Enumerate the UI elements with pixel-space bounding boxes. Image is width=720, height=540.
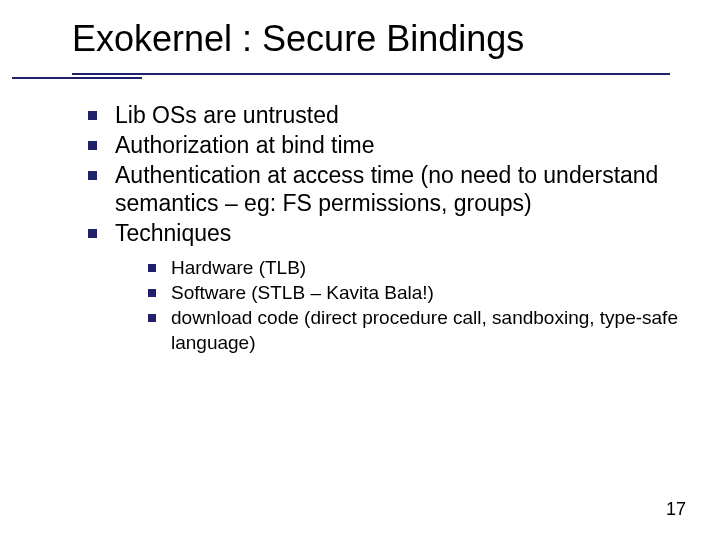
square-bullet-icon [88,141,97,150]
page-number: 17 [666,499,686,520]
title-rule-long [72,73,670,75]
bullet-text: Authentication at access time (no need t… [115,161,680,219]
square-bullet-icon [88,229,97,238]
square-bullet-icon [148,264,156,272]
sub-bullet-text: Software (STLB – Kavita Bala!) [171,281,680,305]
title-area: Exokernel : Secure Bindings [72,0,690,79]
square-bullet-icon [148,289,156,297]
list-item: Software (STLB – Kavita Bala!) [148,281,680,305]
list-item: Authorization at bind time [88,131,680,160]
slide: Exokernel : Secure Bindings Lib OSs are … [0,0,720,540]
list-item: Lib OSs are untrusted [88,101,680,130]
sub-bullet-text: download code (direct procedure call, sa… [171,306,680,355]
square-bullet-icon [88,111,97,120]
bullet-text: Techniques [115,219,680,248]
slide-title: Exokernel : Secure Bindings [72,18,690,70]
bullet-text: Lib OSs are untrusted [115,101,680,130]
list-item: Techniques [88,219,680,248]
square-bullet-icon [88,171,97,180]
bullet-list: Lib OSs are untrusted Authorization at b… [88,101,680,248]
bullet-text: Authorization at bind time [115,131,680,160]
sub-bullet-list: Hardware (TLB) Software (STLB – Kavita B… [148,256,680,355]
content-area: Lib OSs are untrusted Authorization at b… [88,101,680,355]
list-item: Authentication at access time (no need t… [88,161,680,219]
title-rule-short [12,77,142,79]
list-item: download code (direct procedure call, sa… [148,306,680,355]
list-item: Hardware (TLB) [148,256,680,280]
sub-bullet-text: Hardware (TLB) [171,256,680,280]
square-bullet-icon [148,314,156,322]
